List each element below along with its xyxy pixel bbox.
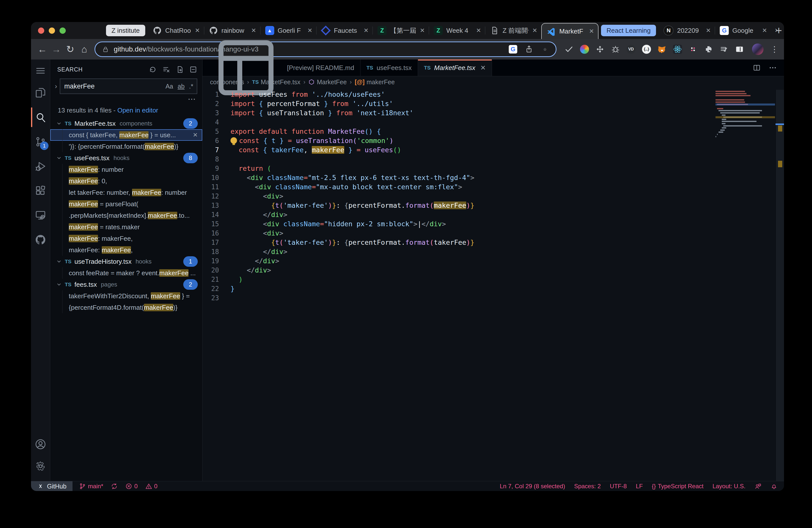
clear-results-icon[interactable]: [162, 65, 170, 73]
close-window-button[interactable]: [38, 28, 44, 34]
activity-account[interactable]: [31, 435, 50, 454]
close-icon[interactable]: ✕: [476, 27, 481, 34]
editor-tab[interactable]: TSMarketFee.tsx✕: [418, 59, 492, 76]
code-line[interactable]: 7 const { takerFee, makerFee } = useFees…: [203, 145, 784, 155]
code-line[interactable]: 22 }: [203, 284, 784, 293]
minimap[interactable]: [715, 91, 775, 143]
browser-tab[interactable]: Z【第一屆✕: [373, 22, 429, 39]
result-file-row[interactable]: TS useTradeHistory.tsx hooks 1: [50, 256, 202, 267]
activity-search[interactable]: [31, 105, 50, 130]
close-icon[interactable]: ✕: [480, 64, 486, 72]
result-match-row[interactable]: makerFee: makerFee,: [50, 244, 202, 256]
status-item[interactable]: main*: [79, 483, 103, 490]
tab-search-chevron-icon[interactable]: ›: [775, 26, 778, 34]
activity-source-control[interactable]: 1: [31, 130, 50, 154]
code-line[interactable]: 17 {t('taker-fee')}: {percentFormat.form…: [203, 238, 784, 247]
code-line[interactable]: 19 </div>: [203, 256, 784, 265]
status-item[interactable]: LF: [636, 483, 643, 490]
macos-window-controls[interactable]: [38, 28, 66, 34]
overview-ruler[interactable]: [776, 90, 784, 481]
status-item[interactable]: Layout: U.S.: [712, 483, 745, 490]
minimize-window-button[interactable]: [49, 28, 55, 34]
result-file-row[interactable]: TS MarketFee.tsx components 2: [50, 118, 202, 129]
match-case-toggle[interactable]: Aa: [165, 83, 173, 90]
close-icon[interactable]: ✕: [420, 27, 425, 34]
result-match-row[interactable]: const { takerFee, makerFee } = use...✕: [50, 129, 202, 141]
close-icon[interactable]: ✕: [532, 27, 537, 34]
activity-remote-explorer[interactable]: [31, 203, 50, 228]
code-line[interactable]: 9 return (: [203, 164, 784, 173]
browser-menu-icon[interactable]: ⋮: [770, 45, 779, 53]
regex-toggle[interactable]: .*: [189, 83, 193, 90]
status-item[interactable]: [754, 483, 762, 490]
code-line[interactable]: 16 <div>: [203, 229, 784, 238]
tab-group-label[interactable]: React Learning: [601, 25, 656, 36]
zoom-window-button[interactable]: [59, 28, 66, 34]
status-item[interactable]: UTF-8: [610, 483, 627, 490]
code-line[interactable]: 10 <div className="mt-2.5 flex px-6 text…: [203, 173, 784, 182]
code-line[interactable]: 6 const { t } = useTranslation('common'): [203, 136, 784, 145]
browser-tab[interactable]: N202209✕: [658, 22, 715, 39]
reload-button[interactable]: ↻: [64, 42, 76, 56]
browser-tab[interactable]: Faucets✕: [316, 22, 373, 39]
search-input[interactable]: makerFee Aaab.*: [60, 78, 197, 94]
activity-github[interactable]: [31, 228, 50, 252]
code-line[interactable]: 15 <div className="hidden px-2 sm:block"…: [203, 219, 784, 229]
activity-explorer[interactable]: [31, 80, 50, 105]
toggle-search-details-icon[interactable]: ⋯: [188, 95, 196, 103]
search-query[interactable]: makerFee: [64, 83, 161, 90]
code-line[interactable]: 23: [203, 293, 784, 303]
tab-group-label[interactable]: Z institute: [106, 25, 145, 36]
result-match-row[interactable]: makerFee = rates.maker: [50, 221, 202, 233]
home-button[interactable]: ⌂: [78, 42, 90, 56]
close-icon[interactable]: ✕: [363, 27, 368, 34]
collapse-icon[interactable]: [189, 65, 197, 73]
open-in-editor-link[interactable]: Open in editor: [117, 106, 158, 114]
result-match-row[interactable]: makerFee: 0,: [50, 175, 202, 187]
code-line[interactable]: 2 import { percentFormat } from '../util…: [203, 99, 784, 108]
code-line[interactable]: 21 ): [203, 275, 784, 284]
browser-tab[interactable]: MarketF✕: [541, 23, 598, 39]
status-item[interactable]: 0: [125, 483, 137, 490]
code-line[interactable]: 5 export default function MarketFee() {: [203, 127, 784, 136]
breadcrumb-item[interactable]: [@]makerFee: [355, 78, 395, 86]
profile-avatar[interactable]: [752, 44, 764, 55]
status-item[interactable]: Ln 7, Col 29 (8 selected): [500, 483, 565, 490]
status-item[interactable]: [770, 483, 778, 490]
activity-extensions[interactable]: [31, 178, 50, 203]
dismiss-match-icon[interactable]: ✕: [190, 132, 198, 138]
status-item[interactable]: Spaces: 2: [574, 483, 601, 490]
code-line[interactable]: 4: [203, 117, 784, 127]
refresh-icon[interactable]: [149, 65, 157, 73]
close-icon[interactable]: ✕: [706, 27, 711, 34]
result-file-row[interactable]: TS fees.tsx pages 2: [50, 279, 202, 290]
code-editor[interactable]: 1 import useFees from '../hooks/useFees'…: [203, 88, 784, 481]
result-match-row[interactable]: .perpMarkets[marketIndex].makerFee.to...: [50, 210, 202, 221]
browser-tab[interactable]: ZWeek 4✕: [429, 22, 485, 39]
whole-word-toggle[interactable]: ab: [178, 83, 185, 90]
status-item[interactable]: {}TypeScript React: [652, 483, 704, 490]
toggle-replace-chevron-icon[interactable]: ›: [52, 82, 60, 90]
chevron-down-icon[interactable]: [56, 155, 62, 161]
split-icon[interactable]: [753, 63, 761, 72]
code-line[interactable]: 13 {t('maker-fee')}: {percentFormat.form…: [203, 201, 784, 210]
editor-tab[interactable]: [Preview] README.md: [203, 59, 361, 76]
activity-settings[interactable]: [31, 454, 50, 479]
chevron-down-icon[interactable]: [56, 259, 62, 264]
code-line[interactable]: 12 <div>: [203, 191, 784, 201]
result-match-row[interactable]: makerFee = parseFloat(: [50, 198, 202, 210]
code-line[interactable]: 8: [203, 155, 784, 164]
chevron-down-icon[interactable]: [56, 121, 62, 126]
close-icon[interactable]: ✕: [307, 27, 312, 34]
code-line[interactable]: 1 import useFees from '../hooks/useFees': [203, 90, 784, 99]
remote-indicator[interactable]: GitHub: [31, 481, 72, 491]
result-match-row[interactable]: {percentFormat4D.format(makerFee)}: [50, 302, 202, 313]
close-icon[interactable]: ✕: [589, 28, 594, 35]
result-match-row[interactable]: makerFee: makerFee,: [50, 233, 202, 244]
browser-tab[interactable]: ChatRoo✕: [148, 22, 204, 39]
status-item[interactable]: [111, 483, 118, 490]
close-icon[interactable]: ✕: [762, 27, 767, 34]
editor-tab[interactable]: TSuseFees.tsx: [361, 59, 418, 76]
close-icon[interactable]: ✕: [195, 27, 200, 34]
activity-menu[interactable]: [31, 61, 50, 80]
